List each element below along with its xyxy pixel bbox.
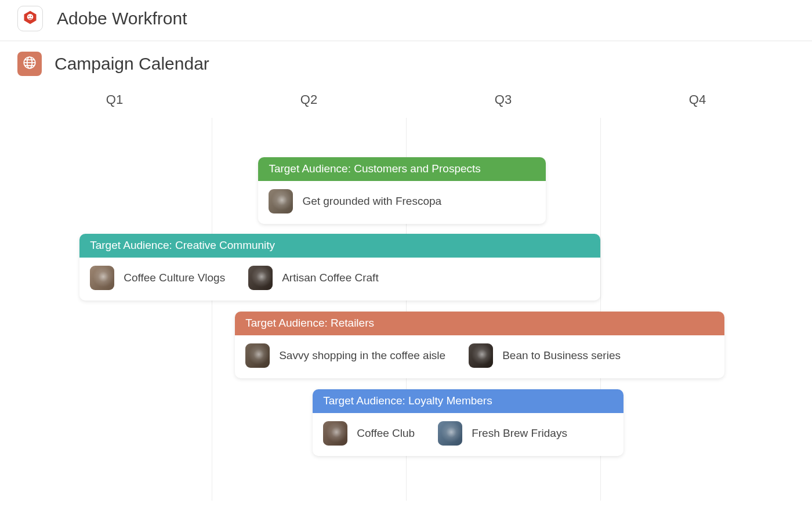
quarter-label-q1: Q1 xyxy=(17,89,212,118)
swimlane-creative-community[interactable]: Target Audience: Creative CommunityCoffe… xyxy=(79,234,600,301)
campaign-thumbnail xyxy=(269,189,293,213)
swimlane-header: Target Audience: Customers and Prospects xyxy=(258,157,546,181)
quarter-label-q4: Q4 xyxy=(600,89,795,118)
app-header: Adobe Workfront xyxy=(0,0,812,41)
swimlane-loyalty-members[interactable]: Target Audience: Loyalty MembersCoffee C… xyxy=(313,389,624,456)
swimlane-body: Get grounded with Frescopa xyxy=(258,181,546,224)
quarter-header-row: Q1 Q2 Q3 Q4 xyxy=(17,89,795,118)
page-header: Campaign Calendar xyxy=(0,41,812,89)
swimlane-customers-prospects[interactable]: Target Audience: Customers and Prospects… xyxy=(258,157,546,224)
campaign-item[interactable]: Fresh Brew Fridays xyxy=(438,421,567,446)
quarter-label-q2: Q2 xyxy=(212,89,406,118)
app-title: Adobe Workfront xyxy=(57,9,187,28)
campaign-item[interactable]: Savvy shopping in the coffee aisle xyxy=(245,343,445,368)
campaign-thumbnail xyxy=(469,343,493,368)
campaign-thumbnail xyxy=(438,421,462,446)
swimlane-body: Savvy shopping in the coffee aisleBean t… xyxy=(235,335,724,378)
page-title: Campaign Calendar xyxy=(55,54,209,74)
campaign-name: Coffee Culture Vlogs xyxy=(124,272,225,284)
swimlane-body: Coffee Culture VlogsArtisan Coffee Craft xyxy=(79,258,600,301)
svg-point-3 xyxy=(31,16,32,17)
swimlane-retailers[interactable]: Target Audience: RetailersSavvy shopping… xyxy=(235,312,724,378)
swimlane-header: Target Audience: Loyalty Members xyxy=(313,389,624,413)
campaign-name: Savvy shopping in the coffee aisle xyxy=(279,349,445,362)
app-root: Adobe Workfront Campaign Calendar Q1 Q2 … xyxy=(0,0,812,514)
campaign-name: Coffee Club xyxy=(357,427,415,440)
campaign-item[interactable]: Coffee Culture Vlogs xyxy=(90,266,225,290)
quarter-label-q3: Q3 xyxy=(406,89,600,118)
campaign-thumbnail xyxy=(323,421,347,446)
campaign-thumbnail xyxy=(248,266,273,290)
swimlane-body: Coffee ClubFresh Brew Fridays xyxy=(313,413,624,456)
campaign-thumbnail xyxy=(245,343,270,368)
campaign-name: Bean to Business series xyxy=(502,349,621,362)
page-icon-box xyxy=(17,52,42,76)
swimlane-header: Target Audience: Creative Community xyxy=(79,234,600,258)
timeline: Q1 Q2 Q3 Q4 Target Audience: Customers a… xyxy=(0,89,812,514)
campaign-name: Fresh Brew Fridays xyxy=(472,427,567,440)
campaign-name: Get grounded with Frescopa xyxy=(302,195,441,208)
lion-icon xyxy=(22,9,38,28)
swimlane-header: Target Audience: Retailers xyxy=(235,312,724,335)
campaign-name: Artisan Coffee Craft xyxy=(282,272,379,284)
campaign-item[interactable]: Get grounded with Frescopa xyxy=(269,189,441,213)
campaign-item[interactable]: Bean to Business series xyxy=(469,343,621,368)
timeline-body[interactable]: Target Audience: Customers and Prospects… xyxy=(17,118,795,501)
globe-icon xyxy=(22,55,37,73)
campaign-item[interactable]: Coffee Club xyxy=(323,421,415,446)
app-logo[interactable] xyxy=(17,6,43,31)
svg-point-2 xyxy=(28,16,30,17)
campaign-thumbnail xyxy=(90,266,114,290)
campaign-item[interactable]: Artisan Coffee Craft xyxy=(248,266,379,290)
